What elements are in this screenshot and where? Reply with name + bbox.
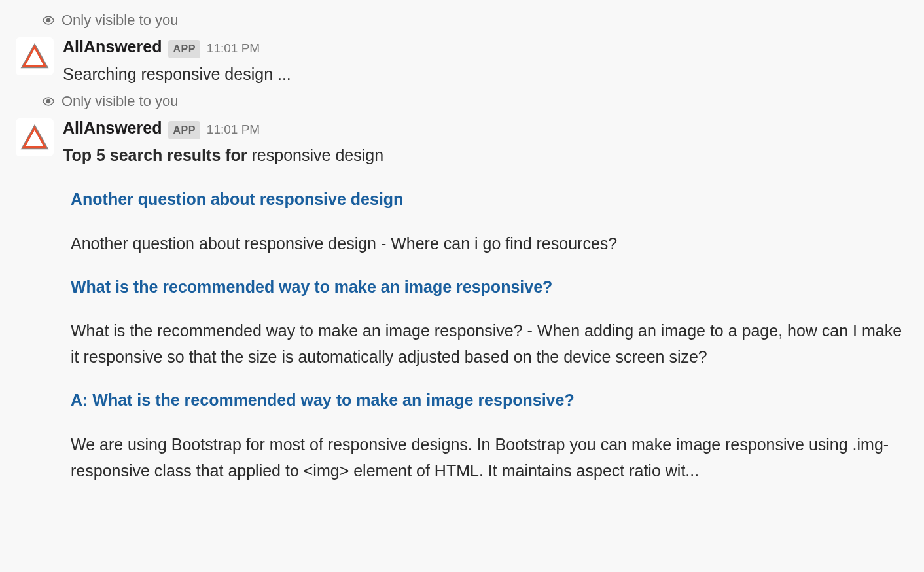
message-timestamp[interactable]: 11:01 PM [207,39,260,58]
results-header: Top 5 search results for responsive desi… [63,143,908,168]
svg-point-0 [47,18,50,22]
message-timestamp[interactable]: 11:01 PM [207,120,260,139]
bot-name[interactable]: AllAnswered [63,35,162,60]
svg-point-3 [47,99,50,103]
eye-icon [42,14,55,27]
result-snippet: What is the recommended way to make an i… [71,317,908,370]
eye-icon [42,95,55,108]
bot-avatar[interactable] [16,37,54,75]
bot-name[interactable]: AllAnswered [63,116,162,141]
app-badge: APP [168,121,200,139]
message-body: Searching responsive design ... [63,62,908,87]
visibility-indicator: Only visible to you [16,9,908,31]
bot-avatar[interactable] [16,118,54,156]
search-results: Another question about responsive design… [71,187,908,484]
app-badge: APP [168,40,200,58]
visibility-text: Only visible to you [62,90,179,112]
result-link[interactable]: What is the recommended way to make an i… [71,275,908,300]
result-snippet: Another question about responsive design… [71,230,908,257]
allanswered-logo-icon [20,42,49,71]
result-snippet: We are using Bootstrap for most of respo… [71,431,908,484]
result-link[interactable]: Another question about responsive design [71,187,908,212]
visibility-text: Only visible to you [62,9,179,31]
visibility-indicator: Only visible to you [16,90,908,112]
allanswered-logo-icon [20,123,49,152]
message: AllAnswered APP 11:01 PM Searching respo… [16,35,908,86]
result-link[interactable]: A: What is the recommended way to make a… [71,388,908,413]
message: AllAnswered APP 11:01 PM Top 5 search re… [16,116,908,168]
